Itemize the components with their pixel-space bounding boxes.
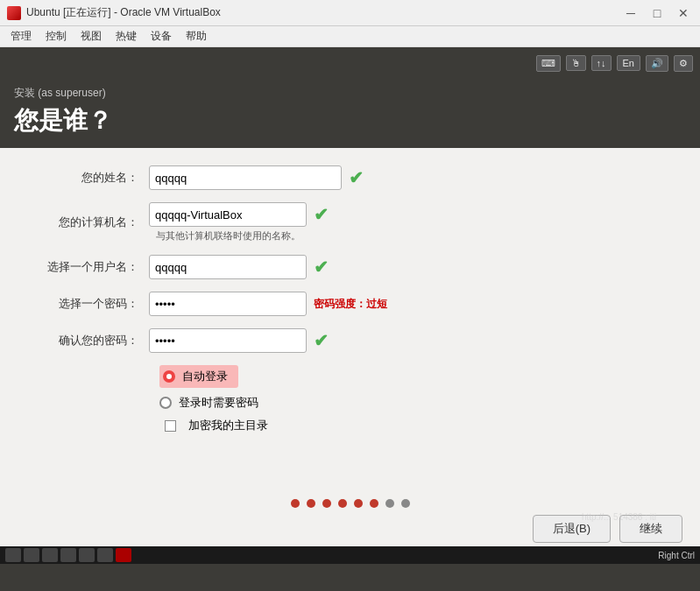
language-indicator[interactable]: En [617, 55, 640, 71]
options-area: 自动登录 登录时需要密码 加密我的主目录 [159, 365, 665, 433]
dot-2 [307, 499, 315, 508]
taskbar-icon-5 [79, 548, 95, 562]
encrypt-checkbox[interactable] [165, 420, 176, 432]
mouse-icon[interactable]: 🖱 [566, 55, 586, 71]
minimize-button[interactable]: ─ [621, 4, 640, 23]
dot-6 [370, 499, 378, 508]
computer-label: 您的计算机名： [35, 215, 149, 230]
dot-7 [385, 499, 394, 508]
dot-1 [291, 499, 300, 508]
progress-dots [0, 499, 700, 508]
window-controls: ─ □ ✕ [621, 4, 693, 23]
taskbar-icon-4 [60, 548, 76, 562]
confirm-label: 确认您的密码： [35, 333, 149, 348]
page-header: 安装 (as superuser) 您是谁？ [0, 79, 700, 148]
settings-icon[interactable]: ⚙ [674, 55, 693, 72]
superuser-label: 安装 (as superuser) [14, 86, 686, 101]
vm-wrapper: ⌨ 🖱 ↑↓ En 🔊 ⚙ 安装 (as superuser) 您是谁？ 您的姓… [0, 47, 700, 546]
password-input[interactable] [149, 292, 307, 316]
username-check-icon: ✔ [314, 257, 329, 278]
confirm-check-icon: ✔ [314, 330, 329, 351]
auto-login-row: 自动登录 [159, 365, 665, 388]
name-label: 您的姓名： [35, 170, 149, 186]
menu-bar: 管理 控制 视图 热键 设备 帮助 [0, 26, 700, 47]
confirm-row: 确认您的密码： ✔ [35, 328, 665, 353]
vm-toolbar: ⌨ 🖱 ↑↓ En 🔊 ⚙ [0, 47, 700, 79]
status-bar: Right Ctrl [0, 546, 700, 564]
app-icon [7, 6, 21, 20]
taskbar-icon-2 [24, 548, 39, 562]
computer-row: 您的计算机名： ✔ 与其他计算机联络时使用的名称。 [35, 202, 665, 243]
password-row: 选择一个密码： 密码强度：过短 [35, 292, 665, 316]
dot-5 [354, 499, 363, 508]
title-bar: Ubuntu [正在运行] - Oracle VM VirtualBox ─ □… [0, 0, 700, 26]
username-label: 选择一个用户名： [35, 259, 149, 275]
password-strength: 密码强度：过短 [314, 297, 387, 312]
username-row: 选择一个用户名： ✔ [35, 255, 665, 279]
window-title: Ubuntu [正在运行] - Oracle VM VirtualBox [26, 5, 621, 20]
taskbar-icon-1 [5, 548, 21, 562]
watermark: http://... 514386 : iti [582, 512, 656, 522]
right-ctrl-label: Right Ctrl [658, 551, 695, 560]
menu-manage[interactable]: 管理 [4, 27, 39, 46]
menu-help[interactable]: 帮助 [179, 27, 214, 46]
username-input[interactable] [149, 255, 307, 279]
auto-login-option[interactable]: 自动登录 [159, 365, 238, 388]
maximize-button[interactable]: □ [647, 4, 667, 23]
encrypt-row[interactable]: 加密我的主目录 [165, 418, 665, 433]
taskbar-icon-6 [97, 548, 113, 562]
password-label: 选择一个密码： [35, 296, 149, 312]
auto-login-radio[interactable] [163, 370, 175, 383]
require-password-label: 登录时需要密码 [179, 395, 258, 411]
auto-login-label: 自动登录 [182, 369, 228, 384]
name-row: 您的姓名： ✔ [35, 165, 665, 190]
computer-check-icon: ✔ [314, 204, 329, 225]
keyboard-icon[interactable]: ⌨ [536, 55, 561, 72]
network-icon[interactable]: ↑↓ [591, 55, 612, 71]
menu-view[interactable]: 视图 [74, 27, 109, 46]
menu-devices[interactable]: 设备 [144, 27, 179, 46]
dot-3 [322, 499, 331, 508]
menu-hotkey[interactable]: 热键 [109, 27, 144, 46]
require-password-row[interactable]: 登录时需要密码 [159, 395, 665, 411]
vm-screen: 安装 (as superuser) 您是谁？ 您的姓名： ✔ 您的计算机名： ✔… [0, 79, 700, 546]
taskbar-icon-3 [42, 548, 58, 562]
form-area: 您的姓名： ✔ 您的计算机名： ✔ 与其他计算机联络时使用的名称。 选择一个用户… [0, 148, 700, 458]
taskbar-icon-7 [116, 548, 131, 562]
require-password-radio[interactable] [159, 397, 172, 409]
name-input[interactable] [149, 165, 342, 190]
sound-icon[interactable]: 🔊 [646, 55, 668, 72]
encrypt-label: 加密我的主目录 [188, 418, 268, 433]
computer-hint: 与其他计算机联络时使用的名称。 [156, 229, 329, 243]
computer-input[interactable] [149, 202, 307, 227]
close-button[interactable]: ✕ [674, 4, 693, 23]
dot-8 [401, 499, 410, 508]
page-title: 您是谁？ [14, 104, 686, 137]
dot-4 [338, 499, 347, 508]
menu-control[interactable]: 控制 [39, 27, 74, 46]
name-check-icon: ✔ [349, 167, 364, 188]
confirm-input[interactable] [149, 328, 307, 353]
